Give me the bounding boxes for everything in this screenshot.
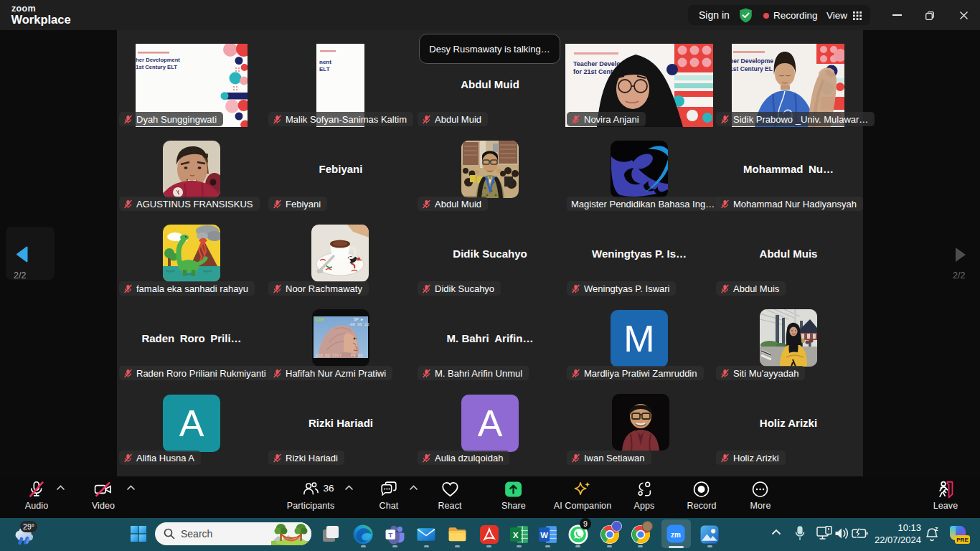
svg-text:1st Century EL: 1st Century EL — [732, 65, 773, 72]
svg-text:zm: zm — [671, 531, 681, 539]
svg-text:cher Development: cher Development — [136, 57, 180, 63]
svg-text:nent: nent — [319, 59, 331, 65]
svg-text:SP ▶: SP ▶ — [354, 317, 364, 322]
svg-text:z: z — [935, 525, 938, 532]
svg-text:her Developme: her Developme — [732, 57, 773, 65]
svg-text:PH 00: PH 00 — [351, 353, 363, 358]
svg-text:21st Century ELT: 21st Century ELT — [136, 64, 177, 70]
svg-text:X: X — [513, 530, 519, 540]
svg-text:CAM: CAM — [315, 318, 324, 323]
svg-text:-00 06 22: -00 06 22 — [348, 322, 369, 327]
svg-text:T: T — [388, 531, 392, 539]
svg-text:228 02 1067: 228 02 1067 — [316, 353, 341, 358]
svg-text:ELT: ELT — [319, 66, 330, 72]
svg-text:W: W — [540, 531, 548, 540]
